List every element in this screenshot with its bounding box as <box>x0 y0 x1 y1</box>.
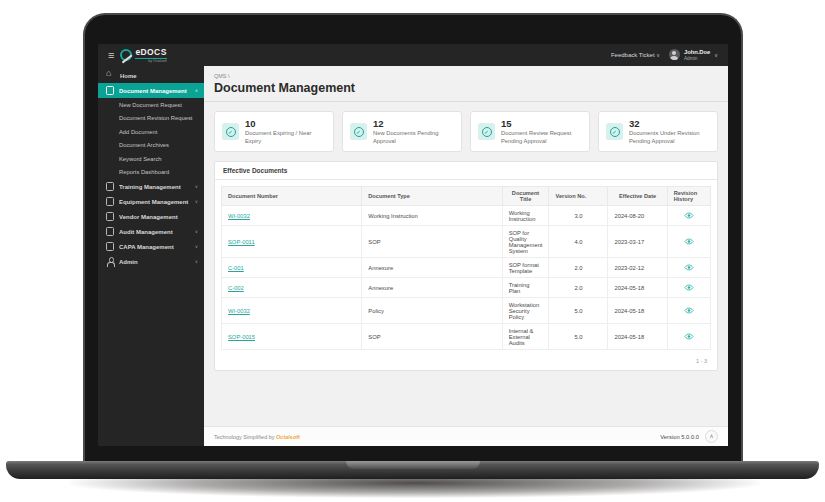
chevron-icon: ∨ <box>195 184 198 189</box>
check-circle-icon: ✓ <box>350 123 367 140</box>
chevron-down-icon: ∨ <box>714 52 718 58</box>
effective-date-cell: 2024-08-20 <box>608 206 667 226</box>
footer-bar: Technology Simplified by Octalsoft Versi… <box>204 426 728 446</box>
document-number-link[interactable]: WI-0032 <box>228 213 250 219</box>
document-type-cell: Annexure <box>362 278 502 298</box>
main-content: QMS \ Document Management ✓ <box>204 66 728 446</box>
stat-cards: ✓ 10 Document Expiring / Near Expiry ✓ <box>214 111 718 152</box>
sidebar-item[interactable]: Audit Management ∨ <box>98 224 204 239</box>
table-header-cell: Revision History <box>667 187 710 206</box>
document-number-link[interactable]: C-001 <box>228 265 244 271</box>
document-type-cell: SOP <box>362 324 502 350</box>
logo-text: eDOCS <box>135 47 166 59</box>
stat-label: Document Review Request Pending Approval <box>501 130 582 145</box>
feedback-ticket-menu[interactable]: Feedback Ticket ∨ <box>611 52 660 58</box>
app-screen: ≡ eDOCS by Octalsoft Feedback Ticket ∨ <box>98 44 728 446</box>
version-cell: 2.0 <box>549 278 608 298</box>
eye-icon[interactable] <box>684 238 694 246</box>
stat-card: ✓ 10 Document Expiring / Near Expiry <box>214 111 334 152</box>
stat-card: ✓ 15 Document Review Request Pending App… <box>470 111 590 152</box>
admin-icon <box>106 257 114 266</box>
user-avatar <box>669 49 680 60</box>
sidebar-submenu: New Document Request Document Revision R… <box>98 98 204 179</box>
sidebar-item[interactable]: CAPA Management ∨ <box>98 239 204 254</box>
stat-label: New Documents Pending Approval <box>373 130 454 145</box>
table-header-row: Document NumberDocument TypeDocument Tit… <box>222 187 711 206</box>
brand-octalsoft[interactable]: Octalsoft <box>276 434 300 440</box>
document-number-link[interactable]: WI-0032 <box>228 308 250 314</box>
capa-icon <box>106 242 114 251</box>
document-number-link[interactable]: SOP-0015 <box>228 334 255 340</box>
feedback-ticket-label: Feedback Ticket <box>611 52 655 58</box>
version-cell: 2.0 <box>549 258 608 278</box>
document-title-cell: SOP for Quality Management System <box>502 226 549 258</box>
sidebar-item[interactable]: Document Management ∧ <box>98 83 204 98</box>
sidebar-submenu-item[interactable]: Keyword Search <box>98 152 204 166</box>
sidebar-submenu-item[interactable]: Add Document <box>98 125 204 139</box>
stat-label: Documents Under Revision Pending Approva… <box>629 130 710 145</box>
sidebar-item[interactable]: Vendor Management <box>98 209 204 224</box>
chevron-icon: ∨ <box>195 259 198 264</box>
hamburger-menu-icon[interactable]: ≡ <box>108 50 114 61</box>
table-header-cell: Document Type <box>362 187 502 206</box>
sidebar-item[interactable]: Home <box>98 68 204 83</box>
chevron-icon: ∨ <box>195 199 198 204</box>
effective-date-cell: 2024-05-18 <box>608 324 667 350</box>
chevron-icon: ∧ <box>195 88 198 93</box>
document-number-link[interactable]: C-002 <box>228 285 244 291</box>
sidebar-submenu-item[interactable]: Document Archives <box>98 139 204 153</box>
sidebar-item[interactable]: Equipment Management ∨ <box>98 194 204 209</box>
table-header-cell: Effective Date <box>608 187 667 206</box>
sidebar-item[interactable]: Admin ∨ <box>98 254 204 269</box>
footer-credit: Technology Simplified by Octalsoft <box>214 434 300 440</box>
scroll-to-top-button[interactable]: ∧ <box>705 430 718 443</box>
audit-icon <box>106 227 114 236</box>
document-management-icon <box>106 86 114 95</box>
table-header-cell: Document Number <box>222 187 362 206</box>
document-type-cell: Policy <box>362 298 502 324</box>
sidebar-submenu-item[interactable]: Document Revision Request <box>98 112 204 126</box>
sidebar-submenu-item[interactable]: Reports Dashboard <box>98 166 204 180</box>
document-title-cell: Training Plan <box>502 278 549 298</box>
top-bar: ≡ eDOCS by Octalsoft Feedback Ticket ∨ <box>98 44 728 66</box>
document-title-cell: Internal & External Audits <box>502 324 549 350</box>
eye-icon[interactable] <box>684 333 694 341</box>
sidebar-item-label: Audit Management <box>119 229 190 235</box>
user-menu[interactable]: John.Doe Admin ∨ <box>669 49 718 61</box>
chevron-icon: ∨ <box>195 244 198 249</box>
stat-card: ✓ 12 New Documents Pending Approval <box>342 111 462 152</box>
chevron-down-icon: ∨ <box>656 52 660 58</box>
eye-icon[interactable] <box>684 307 694 315</box>
sidebar-top-group: Home Document Management ∧ <box>98 68 204 98</box>
breadcrumb-qms[interactable]: QMS <box>214 73 227 79</box>
document-number-link[interactable]: SOP-0011 <box>228 239 255 245</box>
edocs-app: ≡ eDOCS by Octalsoft Feedback Ticket ∨ <box>98 44 728 446</box>
sidebar-submenu-item[interactable]: New Document Request <box>98 98 204 112</box>
document-type-cell: Annexure <box>362 258 502 278</box>
page-header: QMS \ Document Management <box>204 66 728 102</box>
eye-icon[interactable] <box>684 284 694 292</box>
document-type-cell: Working Instruction <box>362 206 502 226</box>
equipment-icon <box>106 197 114 206</box>
check-circle-icon: ✓ <box>478 123 495 140</box>
body-row: Home Document Management ∧ <box>98 66 728 446</box>
sidebar-item-label: Document Management <box>119 88 190 94</box>
table-row: C-001 Annexure SOP format Template 2.0 2… <box>222 258 711 278</box>
documents-table: Document NumberDocument TypeDocument Tit… <box>221 186 711 350</box>
eye-icon[interactable] <box>684 212 694 220</box>
logo-pen-circle-icon <box>120 49 132 61</box>
laptop-bezel: ≡ eDOCS by Octalsoft Feedback Ticket ∨ <box>83 13 743 463</box>
version-cell: 4.0 <box>549 226 608 258</box>
laptop-mockup: ≡ eDOCS by Octalsoft Feedback Ticket ∨ <box>0 0 825 502</box>
laptop-notch <box>346 461 480 469</box>
document-title-cell: Working Instruction <box>502 206 549 226</box>
sidebar-bottom-group: Training Management ∨ Equipment Manageme… <box>98 179 204 269</box>
footer-credit-text: Technology Simplified by <box>214 434 276 440</box>
table-row: WI-0032 Policy Workstation Security Poli… <box>222 298 711 324</box>
eye-icon[interactable] <box>684 264 694 272</box>
sidebar-item[interactable]: Training Management ∨ <box>98 179 204 194</box>
version-cell: 5.0 <box>549 324 608 350</box>
version-label: Version 5.0.0.0 <box>660 434 699 440</box>
sidebar: Home Document Management ∧ <box>98 66 204 446</box>
table-header-cell: Version No. <box>549 187 608 206</box>
